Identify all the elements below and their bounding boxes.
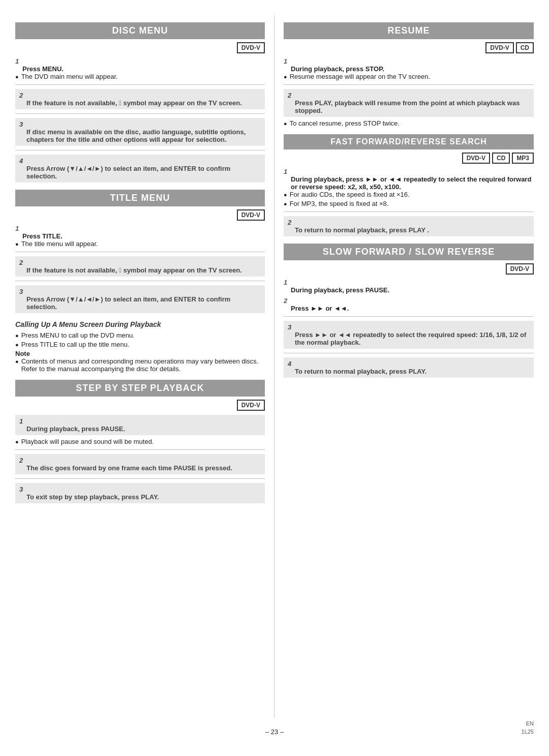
disc-menu-badges: DVD-V bbox=[15, 42, 265, 53]
disc-step-3: 3 If disc menu is available on the disc,… bbox=[15, 118, 265, 146]
step-num: 1 bbox=[15, 57, 19, 65]
cd-badge-ff: CD bbox=[492, 153, 510, 164]
step-text: Press Arrow (▼/▲/◄/►) to select an item,… bbox=[26, 165, 261, 180]
resume-step-1: 1 During playback, press STOP. Resume me… bbox=[284, 57, 534, 80]
step-num: 1 bbox=[284, 57, 287, 65]
step-num: 2 bbox=[19, 457, 23, 464]
footer-product-code: 1L25 bbox=[522, 729, 534, 735]
step-by-step-badges: DVD-V bbox=[15, 400, 265, 411]
page: Disc Menu DVD-V 1 Press MENU. The DVD ma… bbox=[0, 0, 549, 756]
resume-bullet: To cancel resume, press STOP twice. bbox=[284, 119, 534, 127]
bullet: Resume message will appear on the TV scr… bbox=[284, 73, 534, 80]
cd-badge-resume: CD bbox=[516, 42, 534, 53]
step-text: During playback, press STOP. bbox=[291, 65, 534, 73]
resume-section: Resume DVD-V CD 1 During playback, press… bbox=[284, 22, 534, 127]
step-num: 3 bbox=[19, 486, 23, 493]
step-num: 2 bbox=[288, 92, 291, 99]
step-text: The disc goes forward by one frame each … bbox=[26, 464, 261, 472]
disc-step-1: 1 Press MENU. The DVD main menu will app… bbox=[15, 57, 265, 80]
bullet-ff-1: For audio CDs, the speed is fixed at ×16… bbox=[284, 191, 534, 198]
calling-bullet-1: Press MENU to call up the DVD menu. bbox=[15, 331, 265, 339]
ff-step-2: 2 To return to normal playback, press PL… bbox=[284, 216, 534, 236]
title-step-1: 1 Press TITLE. The title menu will appea… bbox=[15, 225, 265, 248]
calling-section: Calling Up A Menu Screen During Playback… bbox=[15, 320, 265, 373]
resume-badges: DVD-V CD bbox=[284, 42, 534, 53]
step-num: 1 bbox=[19, 417, 23, 425]
sf-step-4: 4 To return to normal playback, press PL… bbox=[284, 357, 534, 378]
step-num: 2 bbox=[19, 259, 23, 266]
step-text: If the feature is not available,  symbo… bbox=[26, 99, 261, 107]
disc-menu-section: Disc Menu DVD-V 1 Press MENU. The DVD ma… bbox=[15, 22, 265, 183]
sbs-bullet-1: Playback will pause and sound will be mu… bbox=[15, 438, 265, 445]
step-by-step-header: Step By Step Playback bbox=[15, 380, 265, 397]
fast-forward-badges: DVD-V CD MP3 bbox=[284, 153, 534, 164]
dvdv-badge-ff: DVD-V bbox=[462, 153, 490, 164]
step-num: 4 bbox=[288, 360, 291, 368]
step-num: 3 bbox=[19, 120, 23, 128]
resume-step-2: 2 Press PLAY, playback will resume from … bbox=[284, 89, 534, 117]
fast-forward-header: Fast Forward/Reverse Search bbox=[284, 134, 534, 149]
dvdv-badge-sbs: DVD-V bbox=[237, 400, 265, 411]
step-text: During playback, press PAUSE. bbox=[291, 286, 534, 294]
step-num: 3 bbox=[19, 288, 23, 295]
footer-code: EN 1L25 bbox=[522, 720, 534, 736]
step-num: 1 bbox=[284, 168, 287, 175]
step-text: Press ►► or ◄◄. bbox=[291, 305, 534, 312]
bullet-ff-2: For MP3, the speed is fixed at ×8. bbox=[284, 200, 534, 207]
sf-step-3: 3 Press ►► or ◄◄ repeatedly to select th… bbox=[284, 321, 534, 349]
bullet: The DVD main menu will appear. bbox=[15, 73, 265, 80]
footer-lang: EN bbox=[526, 720, 534, 727]
ff-step-1: 1 During playback, press ►► or ◄◄ repeat… bbox=[284, 168, 534, 207]
disc-step-2: 2 If the feature is not available,  sym… bbox=[15, 89, 265, 109]
title-step-3: 3 Press Arrow (▼/▲/◄/►) to select an ite… bbox=[15, 285, 265, 313]
resume-header: Resume bbox=[284, 22, 534, 39]
step-text: To exit step by step playback, press PLA… bbox=[26, 493, 261, 501]
page-number: – 23 – bbox=[265, 728, 284, 736]
fast-forward-section: Fast Forward/Reverse Search DVD-V CD MP3… bbox=[284, 134, 534, 236]
sbs-step-2: 2 The disc goes forward by one frame eac… bbox=[15, 454, 265, 474]
step-text: If disc menu is available on the disc, a… bbox=[26, 128, 261, 143]
step-text: Press PLAY, playback will resume from th… bbox=[295, 99, 530, 114]
step-text: During playback, press ►► or ◄◄ repeated… bbox=[291, 175, 534, 191]
calling-bullet-2: Press TITLE to call up the title menu. bbox=[15, 341, 265, 348]
bullet: The title menu will appear. bbox=[15, 240, 265, 248]
step-text: To return to normal playback, press PLAY… bbox=[295, 226, 530, 234]
slow-forward-badges: DVD-V bbox=[284, 263, 534, 275]
disc-menu-header: Disc Menu bbox=[15, 22, 265, 39]
step-text: If the feature is not available,  symbo… bbox=[26, 266, 261, 274]
step-by-step-section: Step By Step Playback DVD-V 1 During pla… bbox=[15, 380, 265, 503]
step-text: During playback, press PAUSE. bbox=[26, 425, 261, 433]
note-label: Note bbox=[15, 350, 265, 357]
sbs-step-3: 3 To exit step by step playback, press P… bbox=[15, 483, 265, 503]
left-column: Disc Menu DVD-V 1 Press MENU. The DVD ma… bbox=[15, 15, 274, 718]
title-step-2: 2 If the feature is not available,  sym… bbox=[15, 256, 265, 277]
calling-header: Calling Up A Menu Screen During Playback bbox=[15, 320, 265, 328]
step-num: 3 bbox=[288, 323, 291, 331]
sf-step-1: 1 During playback, press PAUSE. bbox=[284, 279, 534, 294]
sbs-step-1: 1 During playback, press PAUSE. bbox=[15, 415, 265, 435]
step-num: 2 bbox=[288, 219, 291, 226]
sf-step-2: 2 Press ►► or ◄◄. bbox=[284, 297, 534, 312]
step-num: 2 bbox=[284, 297, 287, 305]
mp3-badge-ff: MP3 bbox=[512, 153, 534, 164]
step-text: Press MENU. bbox=[22, 65, 265, 73]
dvdv-badge-resume: DVD-V bbox=[485, 42, 513, 53]
dvdv-badge-title: DVD-V bbox=[237, 209, 265, 221]
title-menu-badges: DVD-V bbox=[15, 209, 265, 221]
step-text: To return to normal playback, press PLAY… bbox=[295, 368, 530, 375]
disc-step-4: 4 Press Arrow (▼/▲/◄/►) to select an ite… bbox=[15, 155, 265, 183]
title-menu-section: Title Menu DVD-V 1 Press TITLE. The titl… bbox=[15, 190, 265, 313]
step-text: Press TITLE. bbox=[22, 232, 265, 240]
step-num: 4 bbox=[19, 157, 23, 165]
slow-forward-section: Slow Forward / Slow Reverse DVD-V 1 Duri… bbox=[284, 244, 534, 378]
step-num: 1 bbox=[15, 225, 19, 232]
step-num: 1 bbox=[284, 279, 287, 286]
title-menu-header: Title Menu bbox=[15, 190, 265, 206]
step-text: Press Arrow (▼/▲/◄/►) to select an item,… bbox=[26, 295, 261, 311]
note-text: Contents of menus and corresponding menu… bbox=[15, 357, 265, 373]
footer: – 23 – EN 1L25 bbox=[15, 728, 534, 736]
slow-forward-header: Slow Forward / Slow Reverse bbox=[284, 244, 534, 260]
dvdv-badge-sf: DVD-V bbox=[506, 263, 534, 275]
step-text: Press ►► or ◄◄ repeatedly to select the … bbox=[295, 331, 530, 346]
step-num: 2 bbox=[19, 92, 23, 99]
